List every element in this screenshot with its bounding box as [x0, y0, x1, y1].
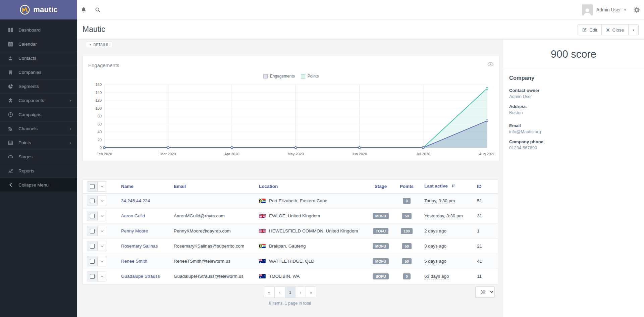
- close-x-icon: [606, 28, 610, 32]
- flag-united-kingdom-icon: [259, 214, 266, 218]
- contact-name-link[interactable]: Rosemary Salinas: [121, 244, 158, 249]
- points-badge: 100: [401, 228, 412, 234]
- contact-name-link[interactable]: Penny Moore: [121, 228, 148, 233]
- table-row[interactable]: Renee Smith ReneeTSmith@teleworm.us WATT…: [83, 254, 498, 269]
- flag-united-kingdom-icon: [259, 229, 266, 233]
- select-all-caret[interactable]: [98, 181, 107, 191]
- row-checkbox[interactable]: [87, 256, 98, 266]
- row-actions-caret[interactable]: [98, 256, 107, 266]
- pencil-icon: [582, 28, 587, 32]
- contact-id: 41: [477, 259, 482, 264]
- column-header-id[interactable]: ID: [472, 180, 498, 193]
- row-actions-caret[interactable]: [98, 271, 107, 281]
- next-page-button[interactable]: ›: [295, 287, 306, 298]
- table-row[interactable]: 34.245.44.224 Port Elizabeth, Eastern Ca…: [83, 193, 498, 208]
- contact-name-link[interactable]: Aaron Guild: [121, 213, 145, 218]
- sidebar-item-channels[interactable]: Channels ▸: [0, 122, 77, 136]
- main-content: ▾ DETAILS Engagements Engagements Points…: [77, 40, 503, 317]
- contact-id: 51: [477, 198, 482, 203]
- avatar: [582, 4, 593, 15]
- row-checkbox[interactable]: [87, 241, 98, 251]
- row-checkbox[interactable]: [87, 211, 98, 221]
- settings-gear-icon[interactable]: [634, 0, 640, 19]
- search-icon[interactable]: [95, 0, 101, 19]
- svg-text:160: 160: [96, 83, 102, 87]
- contact-id: 31: [477, 213, 482, 218]
- sidebar-item-calendar[interactable]: Calendar ▸: [0, 37, 77, 51]
- select-all-group: [87, 181, 107, 192]
- points-badge: 50: [402, 243, 411, 249]
- legend-item[interactable]: Points: [301, 74, 319, 78]
- table-row[interactable]: Aaron Guild AaronMGuild@rhyta.com EWLOE,…: [83, 208, 498, 223]
- submenu-caret-icon: ▸: [70, 141, 71, 145]
- column-header-last-active[interactable]: Last active: [420, 180, 472, 193]
- mautic-logo[interactable]: mautic: [0, 0, 77, 19]
- sort-desc-icon: [450, 184, 455, 189]
- table-row[interactable]: Rosemary Salinas RosemaryKSalinas@superr…: [83, 239, 498, 254]
- column-header-location[interactable]: Location: [254, 180, 368, 193]
- contact-id: 21: [477, 244, 482, 249]
- last-page-button[interactable]: »: [306, 287, 316, 298]
- column-header-stage[interactable]: Stage: [368, 180, 394, 193]
- stage-badge: MOFU: [373, 213, 389, 219]
- sidebar-item-segments[interactable]: Segments ▸: [0, 80, 77, 94]
- stage-badge: TOFU: [373, 228, 388, 234]
- column-header-name[interactable]: Name: [116, 180, 169, 193]
- stage-badge: MOFU: [373, 243, 389, 249]
- page-1-button[interactable]: 1: [285, 287, 295, 298]
- sidebar-item-dashboard[interactable]: Dashboard ▸: [0, 23, 77, 37]
- engagements-chart: 020406080100120140160Feb 2020Mar 2020Apr…: [88, 82, 494, 158]
- table-body: 34.245.44.224 Port Elizabeth, Eastern Ca…: [83, 193, 498, 284]
- legend-item[interactable]: Engagements: [263, 74, 295, 78]
- row-actions-caret[interactable]: [98, 211, 107, 221]
- contact-name-link[interactable]: Renee Smith: [121, 259, 147, 264]
- table-row[interactable]: Guadalupe Strauss GuadalupeHStrauss@tele…: [83, 269, 498, 284]
- more-actions-caret[interactable]: ▾: [628, 25, 638, 35]
- row-checkbox[interactable]: [87, 226, 98, 236]
- column-header-email[interactable]: Email: [169, 180, 254, 193]
- contacts-table: Name Email Location Stage Points Last ac…: [83, 179, 497, 284]
- flag-south-africa-icon: [259, 244, 266, 248]
- panel-section-title: Company: [509, 75, 638, 81]
- last-active-value: 5 days ago: [424, 259, 446, 264]
- sidebar-item-contacts[interactable]: Contacts ▸: [0, 51, 77, 65]
- sidebar-item-components[interactable]: Components ▸: [0, 94, 77, 108]
- page-size-select[interactable]: 30: [475, 286, 495, 298]
- details-toggle[interactable]: ▾ DETAILS: [86, 42, 112, 48]
- sidebar-item-companies[interactable]: Companies ▸: [0, 65, 77, 80]
- points-badge: 0: [403, 273, 410, 279]
- sidebar-item-reports[interactable]: Reports ▸: [0, 164, 77, 178]
- table-row[interactable]: Penny Moore PennyKMoore@dayrep.com HEWEL…: [83, 223, 498, 239]
- points-badge: 50: [402, 213, 411, 219]
- eye-icon[interactable]: [487, 62, 494, 68]
- submenu-caret-icon: ▸: [70, 99, 71, 102]
- row-checkbox[interactable]: [87, 196, 98, 206]
- user-name: Admin User: [596, 7, 621, 12]
- angle-left-icon: [7, 182, 13, 187]
- column-header-points[interactable]: Points: [394, 180, 420, 193]
- sidebar-item-stages[interactable]: Stages ▸: [0, 150, 77, 164]
- first-page-button[interactable]: «: [264, 287, 274, 298]
- engagements-card: Engagements Engagements Points 020406080…: [83, 56, 499, 161]
- clock-icon: [7, 112, 13, 117]
- sidebar-item-campaigns[interactable]: Campaigns ▸: [0, 108, 77, 122]
- sidebar-collapse-menu[interactable]: Collapse Menu ▸: [0, 178, 77, 192]
- company-field: Contact owner Admin User: [509, 88, 638, 99]
- select-all-checkbox[interactable]: [87, 181, 98, 191]
- row-actions-caret[interactable]: [98, 196, 107, 206]
- svg-text:60: 60: [98, 122, 102, 126]
- prev-page-button[interactable]: ‹: [274, 287, 285, 298]
- row-actions-caret[interactable]: [98, 226, 107, 236]
- svg-text:0: 0: [100, 146, 102, 150]
- sidebar-item-points[interactable]: Points ▸: [0, 136, 77, 150]
- row-checkbox[interactable]: [87, 271, 98, 281]
- edit-button[interactable]: Edit: [578, 25, 601, 35]
- svg-text:20: 20: [98, 138, 102, 142]
- svg-text:40: 40: [98, 130, 102, 134]
- notifications-bell-icon[interactable]: [81, 0, 87, 19]
- row-actions-caret[interactable]: [98, 241, 107, 251]
- user-menu[interactable]: Admin User ▾: [582, 0, 626, 19]
- close-button[interactable]: Close: [601, 25, 628, 35]
- contact-name-link[interactable]: Guadalupe Strauss: [121, 274, 160, 279]
- contact-name-link[interactable]: 34.245.44.224: [121, 198, 150, 203]
